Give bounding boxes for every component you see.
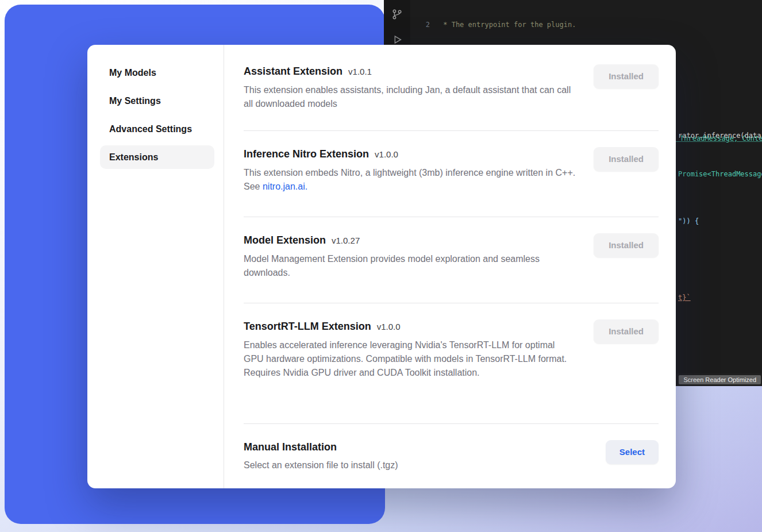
extension-row-model: Model Extensionv1.0.27 Model Management …	[244, 217, 659, 303]
source-control-icon[interactable]	[391, 8, 403, 21]
sidebar-item-extensions[interactable]: Extensions	[100, 145, 214, 169]
code-fragment: ")) {	[678, 217, 699, 225]
extension-version: v1.0.1	[348, 67, 372, 76]
extension-info: Assistant Extensionv1.0.1 This extension…	[244, 64, 576, 111]
extensions-panel: Assistant Extensionv1.0.1 This extension…	[224, 45, 676, 488]
code-fragment: Promise<ThreadMessage>	[678, 170, 762, 178]
installed-button[interactable]: Installed	[594, 147, 659, 171]
sidebar-item-my-models[interactable]: My Models	[100, 61, 214, 84]
extension-row-nitro: Inference Nitro Extensionv1.0.0 This ext…	[244, 131, 659, 217]
extension-name: Model Extension	[244, 234, 326, 246]
extension-info: Model Extensionv1.0.27 Model Management …	[244, 233, 576, 280]
extension-name: Inference Nitro Extension	[244, 148, 369, 160]
extension-title: Model Extensionv1.0.27	[244, 233, 576, 248]
extension-info: Manual Installation Select an extension …	[244, 440, 398, 472]
run-debug-icon[interactable]	[391, 33, 403, 46]
code-fragment: t}`	[678, 294, 691, 302]
extension-title: TensortRT-LLM Extensionv1.0.0	[244, 319, 576, 334]
extension-row-assistant: Assistant Extensionv1.0.1 This extension…	[244, 48, 659, 131]
settings-sidebar: My Models My Settings Advanced Settings …	[87, 45, 224, 488]
extension-version: v1.0.27	[332, 236, 360, 245]
installed-button[interactable]: Installed	[594, 233, 659, 257]
extension-name: TensortRT-LLM Extension	[244, 321, 371, 332]
extension-row-tensorrt: TensortRT-LLM Extensionv1.0.0 Enables ac…	[244, 303, 659, 424]
extension-title: Assistant Extensionv1.0.1	[244, 64, 576, 79]
nitro-link[interactable]: nitro.jan.ai.	[263, 182, 307, 191]
extension-info: Inference Nitro Extensionv1.0.0 This ext…	[244, 147, 576, 194]
extension-description: This extension enables assistants, inclu…	[244, 83, 576, 111]
extension-version: v1.0.0	[375, 149, 398, 159]
manual-installation-row: Manual Installation Select an extension …	[244, 424, 659, 472]
sidebar-item-my-settings[interactable]: My Settings	[100, 89, 214, 113]
extension-description: Enables accelerated inference leveraging…	[244, 338, 576, 380]
extension-description: This extension embeds Nitro, a lightweig…	[244, 166, 576, 194]
installed-button[interactable]: Installed	[594, 319, 659, 344]
code-text: * The entrypoint for the plugin.	[439, 20, 576, 30]
extension-name: Assistant Extension	[244, 65, 342, 77]
extension-version: v1.0.0	[377, 322, 401, 331]
extension-description: Model Management Extension provides mode…	[244, 252, 576, 280]
screen-reader-optimized-badge[interactable]: Screen Reader Optimized	[679, 375, 761, 384]
line-number: 2	[410, 20, 430, 30]
code-line: 2 * The entrypoint for the plugin.	[410, 20, 762, 30]
extension-info: TensortRT-LLM Extensionv1.0.0 Enables ac…	[244, 319, 576, 380]
manual-installation-title: Manual Installation	[244, 440, 398, 454]
sidebar-item-advanced-settings[interactable]: Advanced Settings	[100, 117, 214, 141]
installed-button[interactable]: Installed	[594, 64, 659, 88]
extension-title: Inference Nitro Extensionv1.0.0	[244, 147, 576, 161]
select-file-button[interactable]: Select	[606, 440, 659, 464]
manual-installation-description: Select an extension file to install (.tg…	[244, 458, 398, 472]
code-fragment: rator.inference(data));	[678, 132, 762, 140]
settings-modal: My Models My Settings Advanced Settings …	[87, 45, 676, 488]
